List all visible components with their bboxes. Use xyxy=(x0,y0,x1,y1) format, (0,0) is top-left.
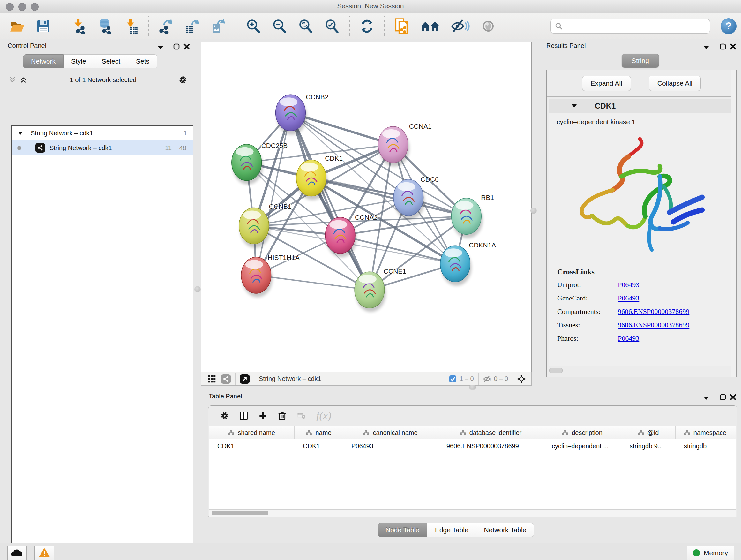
collapse-all-networks-icon[interactable] xyxy=(8,76,17,84)
table-hscroll-track[interactable] xyxy=(209,509,736,516)
gene-section-header[interactable]: CDK1 xyxy=(549,99,734,113)
search-input[interactable] xyxy=(563,22,706,30)
column-header-namespace[interactable]: namespace xyxy=(676,426,735,439)
crosslink-link[interactable]: P06493 xyxy=(618,334,639,343)
crosslink-link[interactable]: 9606.ENSP00000378699 xyxy=(618,307,689,316)
search-field[interactable] xyxy=(550,19,710,34)
import-network-button[interactable] xyxy=(70,18,87,35)
birds-eye-view-icon[interactable] xyxy=(208,375,216,383)
table-cell[interactable]: P06493 xyxy=(343,439,438,453)
node-label-CDKN1A: CDKN1A xyxy=(469,241,496,249)
column-header-name[interactable]: name xyxy=(294,426,343,439)
results-hscroll-thumb[interactable] xyxy=(549,368,562,373)
add-column-icon[interactable] xyxy=(259,412,267,420)
column-header-canonical-name[interactable]: canonical name xyxy=(343,426,438,439)
copy-view-button[interactable] xyxy=(394,18,410,35)
collapse-all-button[interactable]: Collapse All xyxy=(649,76,701,91)
table-cell[interactable]: 9606.ENSP00000378699 xyxy=(438,439,543,453)
results-panel-float-button[interactable] xyxy=(719,43,727,51)
fit-selected-crosshair-icon[interactable] xyxy=(517,375,526,383)
results-panel-menu-arrow[interactable] xyxy=(702,44,711,52)
delete-column-icon[interactable] xyxy=(278,412,286,420)
network-style-icon[interactable] xyxy=(221,374,231,384)
export-image-button[interactable] xyxy=(210,18,226,35)
memory-button[interactable]: Memory xyxy=(687,546,734,560)
column-header-database-identifier[interactable]: database identifier xyxy=(438,426,543,439)
right-splitter-handle[interactable] xyxy=(530,207,537,214)
node-CDKN1A[interactable]: CDKN1A xyxy=(441,241,496,286)
table-panel-float-button[interactable] xyxy=(719,393,727,401)
edge-HIST1H1A-CCNE1[interactable] xyxy=(256,275,369,290)
tab-select[interactable]: Select xyxy=(94,54,128,68)
selected-checkbox-icon[interactable] xyxy=(449,375,457,383)
crosslink-link[interactable]: 9606.ENSP00000378699 xyxy=(618,321,689,329)
node-CCNB2[interactable]: CCNB2 xyxy=(276,93,329,135)
table-cell[interactable]: CDK1 xyxy=(294,439,343,453)
column-header-description[interactable]: description xyxy=(543,426,621,439)
table-gear-icon[interactable] xyxy=(220,412,229,420)
open-in-new-window-icon[interactable] xyxy=(240,374,250,384)
export-network-button[interactable] xyxy=(158,18,174,35)
table-panel-menu-arrow[interactable] xyxy=(702,394,711,402)
table-cell[interactable]: cyclin–dependent ... xyxy=(543,439,621,453)
open-session-button[interactable] xyxy=(9,18,25,35)
zoom-out-button[interactable] xyxy=(271,18,288,35)
help-button[interactable]: ? xyxy=(721,18,737,34)
results-panel-close-button[interactable] xyxy=(729,43,737,51)
left-splitter-handle[interactable] xyxy=(194,286,201,293)
column-header--id[interactable]: @id xyxy=(621,426,676,439)
tab-edge-table[interactable]: Edge Table xyxy=(427,523,476,537)
edge-CCNB2-CCNE1[interactable] xyxy=(290,113,369,290)
gene-collapse-arrow[interactable] xyxy=(571,104,577,108)
home-button[interactable] xyxy=(420,18,441,35)
control-panel-close-button[interactable] xyxy=(183,43,191,51)
table-cell[interactable]: CDK1 xyxy=(209,439,294,453)
string-network-graph[interactable]: CCNB2CCNA1CDC25BCDK1CDC6RB1CCNB1CCNA2CDK… xyxy=(201,42,531,372)
edge-CCNB2-HIST1H1A[interactable] xyxy=(256,113,291,275)
tab-sets[interactable]: Sets xyxy=(128,54,157,68)
show-columns-icon[interactable] xyxy=(240,412,248,420)
network-row-selected[interactable]: String Network – cdk1 11 48 xyxy=(12,140,193,155)
refresh-button[interactable] xyxy=(359,18,375,35)
node-CCNE1[interactable]: CCNE1 xyxy=(354,267,406,312)
collection-expand-arrow[interactable] xyxy=(18,132,23,135)
table-row[interactable]: CDK1CDK1P064939606.ENSP00000378699cyclin… xyxy=(209,439,736,453)
hidden-eye-icon[interactable] xyxy=(483,375,491,383)
zoom-selected-button[interactable] xyxy=(324,18,340,35)
expand-all-button[interactable]: Expand All xyxy=(582,76,631,91)
expand-all-networks-icon[interactable] xyxy=(19,76,27,84)
network-view-canvas[interactable]: CCNB2CCNA1CDC25BCDK1CDC6RB1CCNB1CCNA2CDK… xyxy=(201,42,532,372)
table-cell[interactable]: stringdb:9... xyxy=(621,439,676,453)
preview-button[interactable] xyxy=(480,18,496,35)
tab-node-table[interactable]: Node Table xyxy=(378,523,427,537)
zoom-in-button[interactable] xyxy=(245,18,262,35)
tab-style[interactable]: Style xyxy=(64,54,94,68)
column-header-shared-name[interactable]: shared name xyxy=(209,426,294,439)
table-panel-close-button[interactable] xyxy=(729,393,737,401)
import-table-button[interactable] xyxy=(123,18,139,35)
zoom-fit-button[interactable] xyxy=(297,18,314,35)
crosslink-link[interactable]: P06493 xyxy=(618,281,639,289)
node-CCNA1[interactable]: CCNA1 xyxy=(378,123,432,167)
save-session-button[interactable] xyxy=(35,18,52,35)
export-table-button[interactable] xyxy=(184,18,200,35)
results-vscroll-track[interactable] xyxy=(731,70,736,377)
network-collection-row[interactable]: String Network – cdk1 1 xyxy=(12,126,193,140)
node-CDC6[interactable]: CDC6 xyxy=(394,176,439,220)
table-hscroll-thumb[interactable] xyxy=(212,511,268,515)
control-panel-menu-arrow[interactable] xyxy=(156,44,165,52)
warning-button[interactable] xyxy=(35,546,54,560)
hide-panels-button[interactable] xyxy=(450,18,470,35)
cloud-button[interactable] xyxy=(7,546,27,560)
table-cell[interactable]: stringdb xyxy=(676,439,735,453)
node-HIST1H1A[interactable]: HIST1H1A xyxy=(241,254,300,297)
network-options-gear-icon[interactable] xyxy=(179,76,187,84)
node-CCNA2[interactable]: CCNA2 xyxy=(325,213,378,257)
control-panel-float-button[interactable] xyxy=(172,43,181,51)
tab-string[interactable]: String xyxy=(622,54,659,68)
import-database-button[interactable] xyxy=(96,18,113,35)
tab-network[interactable]: Network xyxy=(23,54,64,68)
crosslink-link[interactable]: P06493 xyxy=(618,294,639,302)
tab-network-table[interactable]: Network Table xyxy=(476,523,535,537)
node-RB1[interactable]: RB1 xyxy=(451,194,494,239)
